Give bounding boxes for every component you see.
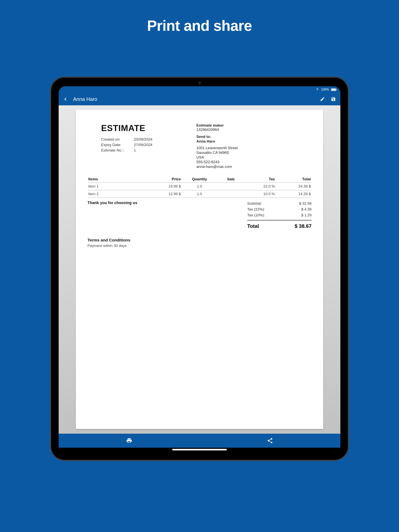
edit-button[interactable] <box>319 96 326 103</box>
col-sale: Sale <box>217 176 244 183</box>
status-bar: 100% <box>59 86 340 93</box>
recipient-phone: 555-522-8243 <box>196 160 312 164</box>
meta-number: Estimate No.:: 1 <box>101 148 191 152</box>
items-table: Items Price Quantity Sale Tax Total Item… <box>87 176 312 198</box>
appbar-title: Anna Haro <box>73 96 97 102</box>
table-row: Item 2 12.99 $ 1.0 10.0 % 14.29 $ <box>87 190 312 198</box>
terms-block: Terms and Conditions Payment within 30 d… <box>87 238 312 248</box>
table-row: Item 1 19.99 $ 1.0 22.0 % 24.39 $ <box>87 183 312 190</box>
recipient-country: USA <box>196 155 312 159</box>
recipient-name: Anna Haro <box>196 139 312 144</box>
meta-created: Created on: 20/09/2024 <box>101 137 191 142</box>
camera-dot <box>198 82 201 84</box>
recipient-addr2: Sausalito CA 94965 <box>196 151 312 155</box>
app-bar: Anna Haro <box>59 93 340 105</box>
col-qty: Quantity <box>182 176 217 183</box>
estimate-document: ESTIMATE Created on: 20/09/2024 Expiry D… <box>76 110 323 429</box>
col-tax: Tax <box>244 176 276 183</box>
share-button[interactable] <box>200 434 340 448</box>
col-total: Total <box>276 176 312 183</box>
document-title: ESTIMATE <box>101 123 191 133</box>
terms-body: Payment within 30 days <box>87 244 312 248</box>
meta-expiry: Expiry Date: 27/09/2024 <box>101 143 191 147</box>
screen: 100% Anna Haro ESTIMATE <box>59 86 340 453</box>
recipient-addr1: 1001 Leavenworth Street <box>196 146 312 150</box>
battery-icon <box>331 89 336 91</box>
wifi-icon <box>316 88 319 91</box>
recipient-email: anna-haro@mac.com <box>196 165 312 169</box>
bottom-action-bar <box>59 434 340 448</box>
document-preview-area[interactable]: ESTIMATE Created on: 20/09/2024 Expiry D… <box>59 105 340 434</box>
save-button[interactable] <box>330 96 337 103</box>
sender-name: Estimate maker <box>196 123 312 127</box>
sender-id: 13296420964 <box>196 127 312 132</box>
col-items: Items <box>87 176 150 183</box>
summary-block: Subtotal:$ 32.98 Tax (22%):$ 4.39 Tax (1… <box>247 201 312 230</box>
back-button[interactable] <box>62 96 69 103</box>
tablet-frame: 100% Anna Haro ESTIMATE <box>51 77 348 461</box>
print-button[interactable] <box>59 434 200 448</box>
home-indicator <box>59 448 340 453</box>
thanks-line: Thank you for choosing us <box>87 201 247 230</box>
terms-title: Terms and Conditions <box>87 238 312 242</box>
col-price: Price <box>150 176 182 183</box>
battery-percent: 100% <box>321 88 329 91</box>
promo-title: Print and share <box>147 17 252 34</box>
send-to-label: Send to: <box>196 134 312 139</box>
